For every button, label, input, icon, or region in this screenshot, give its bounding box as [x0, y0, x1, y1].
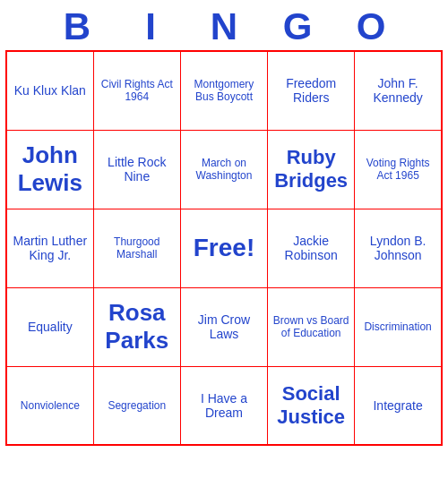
- bingo-grid: Ku Klux KlanCivil Rights Act 1964Montgom…: [5, 50, 443, 446]
- cell-2-4: Lyndon B. Johnson: [355, 209, 442, 287]
- cell-1-0: John Lewis: [6, 130, 93, 209]
- cell-1-3: Ruby Bridges: [268, 130, 355, 209]
- bingo-letter-o: O: [334, 5, 408, 48]
- cell-2-2: Free!: [180, 209, 267, 287]
- cell-4-2: I Have a Dream: [180, 366, 267, 445]
- cell-2-3: Jackie Robinson: [268, 209, 355, 287]
- cell-3-4: Discrimination: [355, 287, 442, 366]
- cell-0-2: Montgomery Bus Boycott: [180, 51, 267, 130]
- cell-4-1: Segregation: [93, 366, 180, 445]
- cell-4-4: Integrate: [355, 366, 442, 445]
- cell-4-3: Social Justice: [268, 366, 355, 445]
- bingo-header: BINGO: [0, 0, 448, 50]
- cell-0-0: Ku Klux Klan: [6, 51, 93, 130]
- bingo-letter-g: G: [261, 5, 334, 48]
- cell-1-4: Voting Rights Act 1965: [355, 130, 442, 209]
- cell-2-0: Martin Luther King Jr.: [6, 209, 93, 287]
- cell-3-2: Jim Crow Laws: [180, 287, 267, 366]
- cell-0-1: Civil Rights Act 1964: [93, 51, 180, 130]
- grid-body: Ku Klux KlanCivil Rights Act 1964Montgom…: [6, 51, 442, 445]
- bingo-letter-b: B: [40, 5, 114, 48]
- bingo-letter-n: N: [187, 5, 261, 48]
- cell-0-4: John F. Kennedy: [355, 51, 442, 130]
- grid-row-2: Martin Luther King Jr.Thurgood MarshallF…: [6, 209, 442, 287]
- cell-0-3: Freedom Riders: [268, 51, 355, 130]
- cell-3-3: Brown vs Board of Education: [268, 287, 355, 366]
- cell-4-0: Nonviolence: [6, 366, 93, 445]
- cell-3-0: Equality: [6, 287, 93, 366]
- cell-1-1: Little Rock Nine: [93, 130, 180, 209]
- cell-2-1: Thurgood Marshall: [93, 209, 180, 287]
- grid-row-1: John LewisLittle Rock NineMarch on Washi…: [6, 130, 442, 209]
- grid-row-0: Ku Klux KlanCivil Rights Act 1964Montgom…: [6, 51, 442, 130]
- cell-1-2: March on Washington: [180, 130, 267, 209]
- grid-row-4: NonviolenceSegregationI Have a DreamSoci…: [6, 366, 442, 445]
- grid-row-3: EqualityRosa ParksJim Crow LawsBrown vs …: [6, 287, 442, 366]
- cell-3-1: Rosa Parks: [93, 287, 180, 366]
- bingo-letter-i: I: [114, 5, 187, 48]
